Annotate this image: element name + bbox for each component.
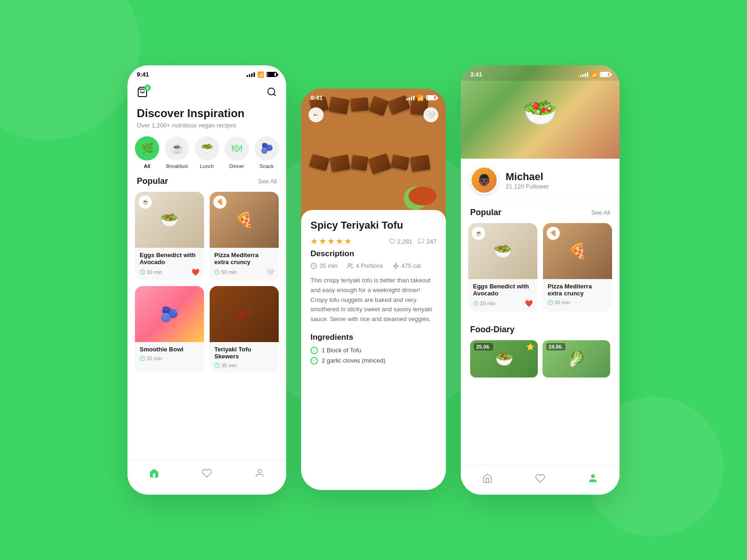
recipe-grid: 🥗 ☕ Eggs Benedict with Avocado 10 min ❤️ [127, 192, 286, 378]
heart-2[interactable]: 🤍 [266, 268, 274, 276]
profile-name: Michael [506, 171, 549, 183]
profile-heart-1[interactable]: ❤️ [525, 300, 533, 307]
nav-profile-3[interactable] [588, 473, 598, 483]
see-all-popular[interactable]: See All [258, 178, 277, 185]
description-title: Description [310, 249, 437, 259]
phone-3: 3:41 📶 🥗 👨🏿 Michael 21.120 Follower Popu… [461, 65, 620, 495]
wifi-icon: 📶 [257, 71, 264, 78]
battery-icon [267, 72, 277, 77]
nav-home-3[interactable] [482, 473, 493, 483]
recipe-stars: ★★★★★ [310, 236, 352, 246]
favorite-button[interactable]: 🤍 [423, 107, 438, 122]
card-title-4: Teriyaki Tofu Skewers [214, 346, 274, 360]
recipe-description: This crispy teriyaki tofu is better than… [310, 276, 437, 324]
nav-profile-1[interactable] [254, 468, 265, 478]
profile-card-title-2: Pizza Mediterra extra cruncy [548, 283, 607, 297]
svg-point-6 [258, 469, 261, 472]
heart-1[interactable]: ❤️ [191, 268, 199, 276]
svg-point-1 [268, 88, 275, 95]
nav-home-1[interactable] [149, 468, 159, 478]
time-2: 9:41 [310, 94, 323, 101]
phone-2: 9:41 📶 ← 🤍 Spicy Teriyaki Tofu ★★★★★ 2,2… [301, 89, 446, 490]
bottom-nav-3 [461, 465, 620, 495]
popular-title-3: Popular [470, 208, 501, 217]
profile-card-title-1: Eggs Benedict with Avocado [473, 283, 533, 297]
cat-icon-dinner: 🍽 [225, 136, 249, 161]
recipe-card-2[interactable]: 🍕 🍕 Pizza Mediterra extra cruncy 50 min … [210, 192, 279, 280]
recipe-time: 35 min [310, 262, 338, 269]
diary-title: Food-Diary [470, 325, 514, 335]
diary-card-2[interactable]: 24.06. 🥬 [543, 340, 610, 378]
diary-star-1: ⭐ [526, 343, 534, 350]
cat-lunch[interactable]: 🥗 Lunch [195, 136, 219, 169]
status-bar-3: 3:41 📶 [461, 65, 620, 81]
recipe-card-1[interactable]: 🥗 ☕ Eggs Benedict with Avocado 10 min ❤️ [135, 192, 204, 280]
recipe-calories: 475 cal [393, 262, 421, 269]
cat-all[interactable]: 🌿 All [135, 136, 159, 169]
cart-badge: 2 [144, 84, 151, 91]
phone-1: 9:41 📶 2 [127, 65, 286, 495]
cat-icon-snack: 🫐 [254, 136, 279, 161]
cat-label-dinner: Dinner [229, 163, 244, 169]
hero-subtitle: Over 1,200+ nutritious vegan recipes [137, 122, 277, 129]
hero-section: Discover Inspiration Over 1,200+ nutriti… [127, 103, 286, 136]
status-bar-2: 9:41 📶 [301, 89, 446, 104]
popular-header: Popular See All [127, 176, 286, 192]
battery-icon-2 [426, 95, 437, 100]
nav-favorites-1[interactable] [202, 468, 212, 478]
cat-icon-breakfast: ☕ [165, 136, 189, 161]
cart-button[interactable]: 2 [137, 86, 148, 99]
recipe-info-row: 35 min 4 Portions 475 cal [310, 262, 437, 269]
cat-snack[interactable]: 🫐 Snack [254, 136, 279, 169]
diary-date-2: 24.06. [546, 343, 565, 350]
recipe-hero-art [301, 89, 446, 219]
card-title-2: Pizza Mediterra extra cruncy [214, 252, 274, 266]
recipe-card-3[interactable]: 🫐 Smoothie Bowl 15 min [135, 286, 204, 373]
hero-title: Discover Inspiration [137, 107, 277, 120]
food-diary-section: Food-Diary 25.06. ⭐ 🥗 24.06. 🥬 [461, 317, 620, 385]
profile-card-cat-2: 🍕 [547, 227, 560, 240]
recipe-title: Spicy Teriyaki Tofu [310, 219, 437, 231]
diary-date-1: 25.06. [474, 343, 493, 350]
see-all-3[interactable]: See All [592, 209, 610, 216]
likes-count: 2,281 [389, 238, 413, 245]
ingredients-title: Ingredients [310, 333, 437, 342]
profile-recipe-card-2[interactable]: 🍕 🍕 Pizza Mediterra extra cruncy 50 min [543, 223, 612, 312]
status-icons-2: 📶 [406, 95, 437, 101]
cat-dinner[interactable]: 🍽 Dinner [225, 136, 249, 169]
diary-card-1[interactable]: 25.06. ⭐ 🥗 [470, 340, 538, 378]
card-title-1: Eggs Benedict with Avocado [140, 252, 199, 266]
profile-info: 👨🏿 Michael 21.120 Follower [461, 159, 620, 200]
popular-header-3: Popular See All [461, 200, 620, 223]
search-button[interactable] [267, 87, 277, 99]
avatar: 👨🏿 [470, 166, 498, 194]
profile-followers: 21.120 Follower [506, 183, 549, 190]
recipe-card-4[interactable]: 🥢 Teriyaki Tofu Skewers 35 min [210, 286, 279, 373]
profile-recipe-card-1[interactable]: 🥗 ☕ Eggs Benedict with Avocado 10 min ❤️ [468, 223, 537, 312]
card-cat-icon-2: 🍕 [213, 196, 226, 209]
cat-label-all: All [144, 163, 150, 169]
svg-point-8 [348, 263, 351, 266]
time-1: 9:41 [137, 71, 149, 78]
card-time-3: 15 min [140, 356, 162, 361]
svg-point-11 [592, 474, 595, 477]
category-tabs: 🌿 All ☕ Breakfast 🥗 Lunch 🍽 Dinner 🫐 Sna… [127, 136, 286, 176]
card-time-4: 35 min [214, 363, 237, 368]
cat-label-snack: Snack [260, 163, 274, 169]
profile-card-cat-1: ☕ [472, 227, 485, 240]
cat-icon-all: 🌿 [135, 136, 159, 161]
cat-icon-lunch: 🥗 [195, 136, 219, 161]
nav-favorites-3[interactable] [535, 473, 545, 483]
battery-icon-3 [600, 72, 610, 77]
top-bar: 2 [127, 81, 286, 103]
time-3: 3:41 [470, 71, 482, 78]
recipe-detail-body: Spicy Teriyaki Tofu ★★★★★ 2,281 247 Desc… [301, 210, 446, 490]
back-button[interactable]: ← [309, 107, 324, 122]
card-title-3: Smoothie Bowl [140, 346, 199, 353]
check-icon-2 [310, 357, 318, 364]
bottom-nav-1 [127, 460, 286, 490]
recipe-grid-3: 🥗 ☕ Eggs Benedict with Avocado 10 min ❤️… [461, 223, 620, 317]
cat-breakfast[interactable]: ☕ Breakfast [165, 136, 189, 169]
status-bar-1: 9:41 📶 [127, 65, 286, 81]
signal-icon-2 [406, 96, 415, 100]
